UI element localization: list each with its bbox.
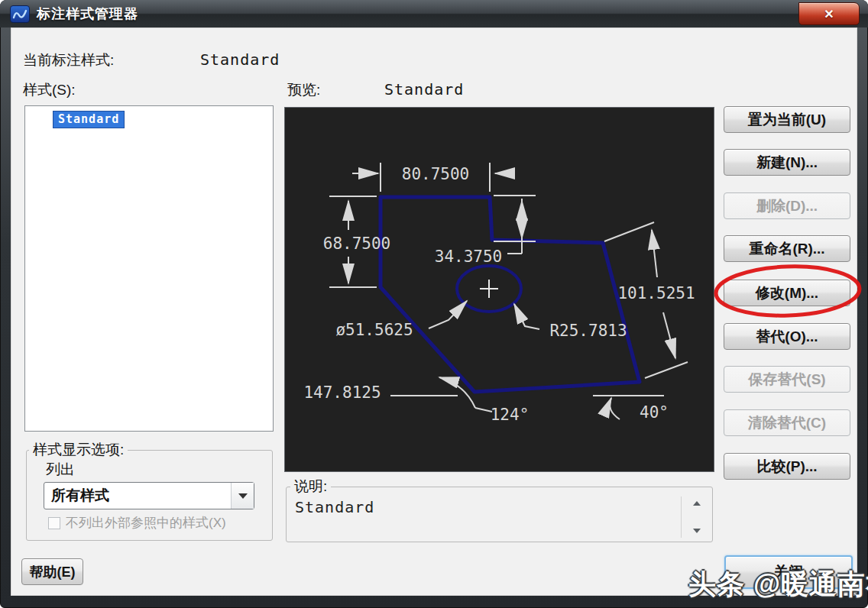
- scroll-down-icon[interactable]: [693, 529, 701, 533]
- dim-top: 80.7500: [402, 165, 470, 183]
- current-style-label: 当前标注样式:: [23, 50, 114, 70]
- hide-xref-styles-checkbox-row: 不列出外部参照中的样式(X): [48, 514, 226, 532]
- dim-angle1: 124°: [491, 406, 530, 424]
- dim-step: 34.3750: [435, 247, 503, 266]
- list-filter-dropdown[interactable]: 所有样式: [44, 482, 254, 509]
- override-button[interactable]: 替代(O)...: [724, 323, 850, 350]
- center-mark-icon: [480, 280, 498, 298]
- hide-xref-styles-label: 不列出外部参照中的样式(X): [66, 514, 226, 532]
- dialog-body: 当前标注样式: Standard 样式(S): 预览: Standard Sta…: [11, 27, 857, 596]
- close-icon[interactable]: ✕: [798, 2, 860, 25]
- watermark-text: 头条 @暖通南社: [688, 566, 868, 603]
- preview-style-value: Standard: [384, 80, 464, 99]
- new-button[interactable]: 新建(N)...: [724, 149, 850, 176]
- title-bar[interactable]: 标注样式管理器 ✕: [0, 0, 868, 27]
- modify-button[interactable]: 修改(M)...: [724, 280, 850, 306]
- hide-xref-styles-checkbox: [48, 517, 60, 529]
- save-override-button: 保存替代(S): [724, 366, 850, 393]
- dim-left: 68.7500: [323, 234, 391, 253]
- dim-bottom: 147.8125: [303, 383, 381, 402]
- current-style-value: Standard: [200, 50, 280, 69]
- styles-label: 样式(S):: [23, 80, 76, 100]
- description-label: 说明:: [290, 477, 331, 496]
- scroll-up-icon[interactable]: [693, 501, 701, 506]
- close-glyph: ✕: [824, 7, 834, 21]
- preview-label: 预览:: [287, 80, 320, 100]
- preview-polygon: [381, 197, 640, 392]
- app-icon: [10, 5, 30, 23]
- style-list-item-standard[interactable]: Standard: [53, 111, 125, 128]
- description-scrollbar[interactable]: [681, 496, 711, 538]
- dim-aligned: 101.5251: [617, 284, 695, 302]
- list-filter-value: 所有样式: [44, 486, 231, 506]
- window-title: 标注样式管理器: [37, 5, 138, 23]
- chevron-down-icon[interactable]: [231, 483, 254, 509]
- dim-radius: R25.7813: [549, 322, 627, 340]
- rename-button[interactable]: 重命名(R)...: [724, 235, 850, 262]
- clear-override-button: 清除替代(C): [724, 409, 850, 436]
- help-button[interactable]: 帮助(E): [21, 558, 83, 585]
- list-label: 列出: [46, 460, 75, 480]
- set-current-button[interactable]: 置为当前(U): [724, 106, 850, 133]
- delete-button: 删除(D)...: [724, 192, 850, 219]
- dim-diameter: ø51.5625: [335, 321, 413, 339]
- style-list[interactable]: Standard: [24, 105, 274, 432]
- dim-angle2: 40°: [640, 403, 669, 422]
- description-text: Standard: [295, 498, 374, 516]
- compare-button[interactable]: 比较(P)...: [724, 453, 850, 480]
- dimension-preview-drawing: 80.7500 68.7500 34.3750 101.5251 ø51.562…: [285, 108, 714, 471]
- style-display-options-label: 样式显示选项:: [29, 440, 128, 460]
- preview-panel: 80.7500 68.7500 34.3750 101.5251 ø51.562…: [284, 107, 714, 472]
- dimension-style-manager-window: 标注样式管理器 ✕ 当前标注样式: Standard 样式(S): 预览: St…: [0, 0, 868, 608]
